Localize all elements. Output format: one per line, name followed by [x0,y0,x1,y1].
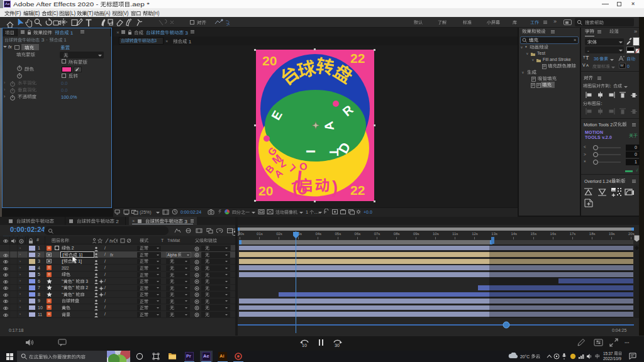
svg-text:22: 22 [350,183,365,197]
svg-text:2022: 2022 [62,266,69,270]
svg-text:1]: 1] [77,259,82,264]
svg-text:1: 1 [62,38,66,42]
svg-text:": " [72,292,76,297]
svg-text:Motion Tools 2: Motion Tools 2 [584,122,613,128]
svg-text:20: 20 [258,184,273,198]
svg-text:I: I [304,150,318,153]
svg-text:2: 2 [70,246,74,250]
svg-text:1: 1 [187,38,191,44]
svg-text:20: 20 [262,53,277,68]
svg-text:2: 2 [84,285,88,290]
svg-text:Alpha: Alpha [167,252,178,257]
svg-text:3: 3 [184,30,188,35]
svg-text:10: 10 [302,343,307,347]
svg-text:22: 22 [350,51,365,65]
svg-text:1: 1 [306,210,309,214]
svg-text:20°C: 20°C [520,354,531,359]
svg-text:": " [62,292,64,297]
svg-text:2: 2 [114,219,119,224]
svg-text:": " [72,285,76,290]
svg-text:1: 1 [69,30,73,35]
svg-text:): ) [332,178,338,197]
svg-text:": " [62,279,64,283]
svg-text:3: 3 [84,279,88,283]
svg-text:3: 3 [155,38,157,43]
svg-text:[: [ [62,253,64,258]
svg-text:fx: fx [109,238,114,244]
svg-text:[: [ [62,259,64,264]
svg-text::: : [609,84,611,88]
svg-text:O: O [299,161,308,173]
svg-text:3 ·: 3 · [40,38,49,42]
svg-text:15:37: 15:37 [603,351,614,355]
svg-text:": " [72,279,76,283]
svg-text:": " [62,285,64,290]
svg-text:(: ( [292,178,298,197]
svg-text::: : [601,101,602,106]
svg-text:Overlord 1.24: Overlord 1.24 [584,178,611,184]
svg-text:30: 30 [335,343,340,347]
